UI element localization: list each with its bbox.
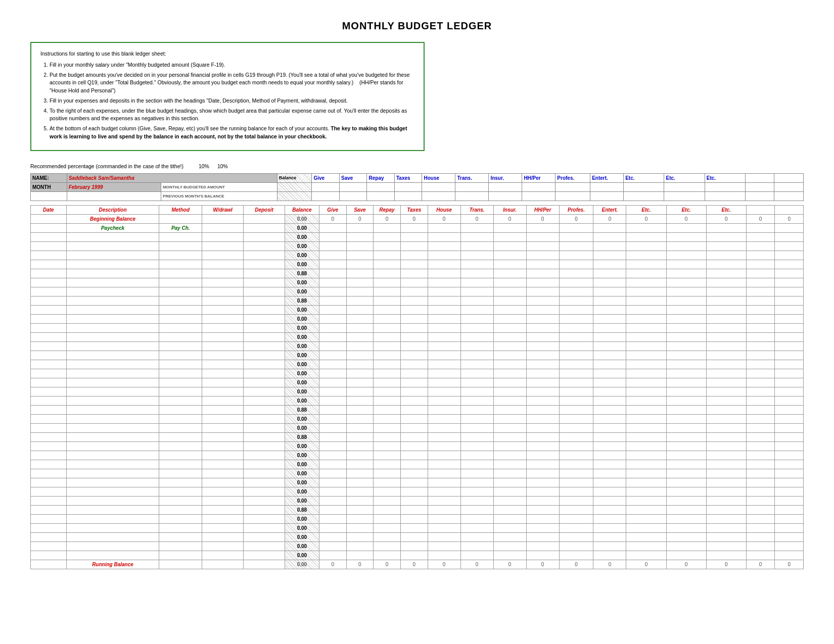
col-etc3: Etc.: [706, 205, 746, 214]
running-balance-row: Running Balance 0.00 0 0 0 0 0 0 0 0 0 0…: [31, 560, 804, 569]
data-row: 0.00: [31, 441, 804, 451]
recommended-pct2: 10%: [217, 163, 228, 169]
name-entert: Entert.: [590, 173, 624, 182]
data-row: 0.00: [31, 360, 804, 369]
col-profes: Profes.: [559, 205, 593, 214]
instruction-5: At the bottom of each budget column (Giv…: [50, 125, 414, 141]
name-etc1: Etc.: [624, 173, 664, 182]
name-save: Save: [339, 173, 367, 182]
data-row: 0.00: [31, 478, 804, 487]
col-repay: Repay: [374, 205, 401, 214]
name-give: Give: [312, 173, 340, 182]
data-row: 0.00: [31, 387, 804, 396]
data-row: 0.00: [31, 332, 804, 341]
col-insur: Insur.: [493, 205, 526, 214]
data-row: 0.00: [31, 232, 804, 241]
data-row: 0.00: [31, 423, 804, 432]
recommended-label: Recommended percentage (commanded in the…: [30, 163, 183, 169]
col-etc2: Etc.: [666, 205, 706, 214]
col-method: Method: [159, 205, 202, 214]
data-row: 0.00: [31, 414, 804, 423]
name-etc3: Etc.: [705, 173, 745, 182]
name-value: Saddleback Sam/Samantha: [67, 173, 277, 182]
data-row: 0.00: [31, 341, 804, 351]
data-row: 0.88: [31, 405, 804, 414]
paycheck-label: Paycheck: [66, 223, 159, 232]
instructions-list: Fill in your monthly salary under "Month…: [50, 61, 414, 141]
instructions-intro: Instructions for starting to use this bl…: [40, 50, 414, 58]
recommended-pct1: 10%: [199, 163, 209, 169]
instruction-3: Fill in your expenses and deposits in th…: [50, 97, 414, 105]
data-row: 0.00: [31, 287, 804, 296]
paycheck-method: Pay Ch.: [159, 223, 202, 232]
instruction-1: Fill in your monthly salary under "Month…: [50, 61, 414, 69]
name-row: NAME: Saddleback Sam/Samantha Balance Gi…: [31, 173, 804, 182]
data-row: 0.00: [31, 523, 804, 532]
name-balance: Balance: [277, 173, 312, 182]
data-row: 0.00: [31, 378, 804, 387]
col-balance: Balance: [285, 205, 319, 214]
instructions-box: Instructions for starting to use this bl…: [30, 42, 425, 151]
beginning-balance-val: 0.00: [285, 214, 319, 223]
recommended-row: Recommended percentage (commanded in the…: [30, 163, 804, 169]
data-row: 0.88: [31, 505, 804, 514]
instruction-4: To the right of each expenses, under the…: [50, 107, 414, 123]
name-repay: Repay: [367, 173, 395, 182]
data-row: 0.00: [31, 251, 804, 260]
name-trans: Trans.: [455, 173, 489, 182]
col-deposit: Deposit: [244, 205, 285, 214]
monthly-budgeted-label: MONTHLY BUDGETED AMOUNT: [161, 182, 277, 191]
month-row: MONTH February 1999 MONTHLY BUDGETED AMO…: [31, 182, 804, 191]
col-house: House: [428, 205, 460, 214]
monthly-budgeted-value: [277, 182, 312, 191]
month-value: February 1999: [67, 182, 161, 191]
running-balance-val: 0.00: [285, 560, 319, 569]
col-taxes: Taxes: [400, 205, 428, 214]
data-row: 0.00: [31, 496, 804, 505]
col-trans: Trans.: [460, 205, 493, 214]
data-row: 0.00: [31, 351, 804, 360]
name-hhper: HH/Per: [522, 173, 555, 182]
data-row: 0.00: [31, 369, 804, 378]
col-wdrawl: W/drawl: [202, 205, 244, 214]
data-row: 0.00: [31, 469, 804, 478]
data-row: 0.00: [31, 514, 804, 523]
beginning-balance-label: Beginning Balance: [66, 214, 159, 223]
running-balance-label: Running Balance: [66, 560, 159, 569]
data-row: 0.88: [31, 432, 804, 441]
data-row: 0.00: [31, 396, 804, 405]
instruction-5-bold: The key to making this budget work is le…: [50, 125, 407, 139]
ledger-table: Date Description Method W/drawl Deposit …: [30, 205, 804, 569]
data-row: 0.88: [31, 269, 804, 278]
name-taxes: Taxes: [394, 173, 422, 182]
header-table: NAME: Saddleback Sam/Samantha Balance Gi…: [30, 173, 804, 201]
data-row: 0.00: [31, 551, 804, 560]
name-label: NAME:: [31, 173, 67, 182]
instruction-2: Put the budget amounts you've decided on…: [50, 71, 414, 95]
prev-month-row: PREVIOUS MONTH'S BALANCE: [31, 191, 804, 201]
data-row: 0.00: [31, 323, 804, 332]
prev-month-value: [277, 191, 312, 201]
col-entert: Entert.: [593, 205, 626, 214]
name-etc2: Etc.: [664, 173, 705, 182]
name-insur: Insur.: [489, 173, 522, 182]
column-header-row: Date Description Method W/drawl Deposit …: [31, 205, 804, 214]
data-row: 0.00: [31, 241, 804, 251]
data-row: 0.00: [31, 451, 804, 460]
name-profes: Profes.: [555, 173, 590, 182]
data-row: 0.00: [31, 278, 804, 287]
data-row: 0.00: [31, 460, 804, 469]
month-label: MONTH: [31, 182, 67, 191]
data-row: 0.00: [31, 532, 804, 541]
data-row: 0.88: [31, 296, 804, 305]
prev-month-label: PREVIOUS MONTH'S BALANCE: [161, 191, 277, 201]
col-etc1: Etc.: [626, 205, 666, 214]
beginning-balance-row: Beginning Balance 0.00 0 0 0 0 0 0 0 0 0…: [31, 214, 804, 223]
col-hhper: HH/Per: [526, 205, 559, 214]
data-row: 0.00: [31, 541, 804, 551]
data-row: 0.00: [31, 260, 804, 269]
col-save: Save: [346, 205, 374, 214]
data-row: 0.00: [31, 305, 804, 314]
data-row: 0.00: [31, 487, 804, 496]
col-description: Description: [66, 205, 159, 214]
